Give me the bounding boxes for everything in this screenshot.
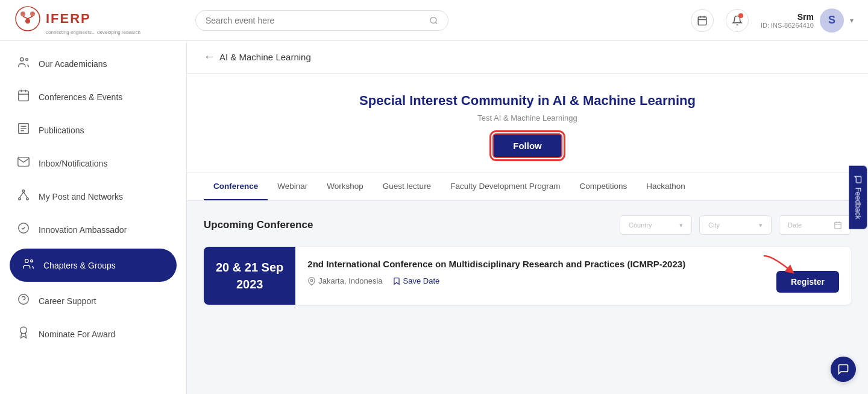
- sidebar-item-innovation-ambassador[interactable]: Innovation Ambassador: [0, 213, 186, 246]
- sidebar-item-chapters-groups[interactable]: Chapters & Groups: [10, 249, 177, 282]
- networks-icon: [17, 188, 30, 205]
- user-info: Srm ID: INS-86264410: [761, 12, 814, 29]
- svg-point-13: [26, 59, 28, 61]
- notification-dot: [738, 13, 743, 18]
- sidebar-label: Nominate For Award: [39, 329, 115, 339]
- sidebar-item-nominate-award[interactable]: Nominate For Award: [0, 317, 186, 351]
- body-layout: Our Academicians Conferences & Events Pu…: [0, 41, 868, 394]
- country-filter[interactable]: Country ▾: [620, 215, 692, 235]
- chevron-down-icon: ▾: [850, 16, 854, 25]
- conf-location: Jakarta, Indonesia: [307, 276, 382, 285]
- publications-icon: [17, 122, 30, 138]
- follow-button[interactable]: Follow: [492, 133, 562, 158]
- location-icon: [307, 277, 316, 285]
- conf-meta: Jakarta, Indonesia Save Date: [307, 276, 752, 285]
- career-icon: [17, 293, 30, 309]
- conf-info: 2nd International Conference on Multidis…: [295, 247, 764, 305]
- svg-rect-8: [698, 17, 706, 25]
- register-arrow-indicator: [761, 253, 797, 279]
- tab-webinar[interactable]: Webinar: [268, 173, 317, 200]
- sidebar-label: Innovation Ambassador: [39, 225, 127, 235]
- svg-line-26: [24, 192, 27, 197]
- section-title: Upcoming Conference: [204, 219, 313, 231]
- sidebar-label: My Post and Networks: [39, 192, 123, 202]
- search-icon: [429, 16, 438, 25]
- back-label: AI & Machine Learning: [219, 52, 311, 62]
- svg-point-2: [30, 11, 35, 16]
- sidebar-label: Our Academicians: [39, 59, 107, 69]
- conferences-icon: [17, 89, 30, 105]
- svg-point-22: [22, 190, 25, 192]
- svg-point-6: [430, 17, 436, 23]
- sidebar: Our Academicians Conferences & Events Pu…: [0, 41, 187, 394]
- avatar: S: [820, 8, 844, 33]
- city-label: City: [708, 221, 720, 229]
- tab-faculty-dev[interactable]: Faculty Development Program: [441, 173, 570, 200]
- city-filter[interactable]: City ▾: [699, 215, 772, 235]
- sidebar-item-career-support[interactable]: Career Support: [0, 284, 186, 317]
- conference-section: Upcoming Conference Country ▾ City ▾ Dat…: [187, 201, 868, 319]
- calendar-icon: [697, 15, 708, 26]
- iferp-name: IFERP: [46, 11, 91, 27]
- user-area[interactable]: Srm ID: INS-86264410 S ▾: [761, 8, 854, 33]
- iferp-logo: IFERP connecting engineers... developing…: [14, 5, 140, 35]
- conf-name: 2nd International Conference on Multidis…: [307, 259, 752, 269]
- conference-card: 20 & 21 Sep 2023 2nd International Confe…: [204, 247, 851, 305]
- feedback-label: Feedback: [854, 187, 863, 219]
- tab-conference[interactable]: Conference: [204, 173, 268, 200]
- award-icon: [17, 326, 30, 342]
- svg-point-12: [20, 58, 24, 62]
- main-content: ← AI & Machine Learning Special Interest…: [187, 41, 868, 394]
- sidebar-item-publications[interactable]: Publications: [0, 113, 186, 147]
- community-title: Special Interest Community in AI & Machi…: [204, 93, 851, 109]
- calendar-icon: [834, 221, 842, 229]
- tab-workshop[interactable]: Workshop: [317, 173, 373, 200]
- tab-hackathon[interactable]: Hackathon: [637, 173, 695, 200]
- user-id: ID: INS-86264410: [761, 22, 814, 29]
- tab-competitions[interactable]: Competitions: [570, 173, 637, 200]
- location-text: Jakarta, Indonesia: [318, 276, 382, 285]
- sidebar-label: Conferences & Events: [39, 92, 122, 102]
- date-filter[interactable]: Date: [779, 215, 851, 235]
- calendar-button[interactable]: [691, 9, 714, 32]
- logo-area: IFERP connecting engineers... developing…: [14, 5, 195, 35]
- section-header: Upcoming Conference Country ▾ City ▾ Dat…: [204, 215, 851, 235]
- chat-icon: [837, 363, 849, 375]
- header: IFERP connecting engineers... developing…: [0, 0, 868, 41]
- filter-group: Country ▾ City ▾ Date: [620, 215, 851, 235]
- search-input[interactable]: [206, 16, 424, 25]
- sidebar-label: Publications: [39, 126, 84, 135]
- chapters-icon: [22, 257, 35, 273]
- chat-button[interactable]: [831, 357, 856, 382]
- notifications-button[interactable]: [726, 9, 749, 32]
- sidebar-item-conferences-events[interactable]: Conferences & Events: [0, 80, 186, 113]
- svg-line-7: [435, 22, 437, 24]
- country-label: Country: [629, 221, 652, 229]
- save-date-button[interactable]: Save Date: [392, 276, 440, 285]
- svg-point-30: [19, 294, 29, 305]
- conf-actions: Register: [764, 247, 851, 305]
- svg-point-23: [19, 198, 21, 200]
- sidebar-item-my-post-networks[interactable]: My Post and Networks: [0, 180, 186, 213]
- feedback-tab[interactable]: Feedback: [849, 165, 867, 229]
- save-date-label: Save Date: [403, 276, 440, 285]
- svg-point-1: [20, 11, 25, 16]
- header-icons: [691, 9, 749, 32]
- sidebar-label: Chapters & Groups: [43, 261, 116, 270]
- back-bar[interactable]: ← AI & Machine Learning: [187, 41, 868, 74]
- svg-point-29: [31, 260, 33, 262]
- inbox-icon: [17, 155, 30, 171]
- feedback-icon: [854, 175, 863, 183]
- svg-point-3: [25, 19, 30, 24]
- svg-point-28: [25, 259, 29, 263]
- search-bar[interactable]: [195, 10, 448, 31]
- sidebar-item-inbox-notifications[interactable]: Inbox/Notifications: [0, 147, 186, 180]
- innovation-icon: [17, 221, 30, 238]
- date-label: Date: [788, 221, 802, 229]
- svg-point-37: [311, 279, 313, 282]
- svg-point-32: [20, 327, 27, 334]
- tab-guest-lecture[interactable]: Guest lecture: [373, 173, 441, 200]
- community-subtitle: Test AI & Machine Learningg: [204, 113, 851, 122]
- sidebar-item-our-academicians[interactable]: Our Academicians: [0, 47, 186, 80]
- iferp-tagline: connecting engineers... developing resea…: [46, 30, 140, 35]
